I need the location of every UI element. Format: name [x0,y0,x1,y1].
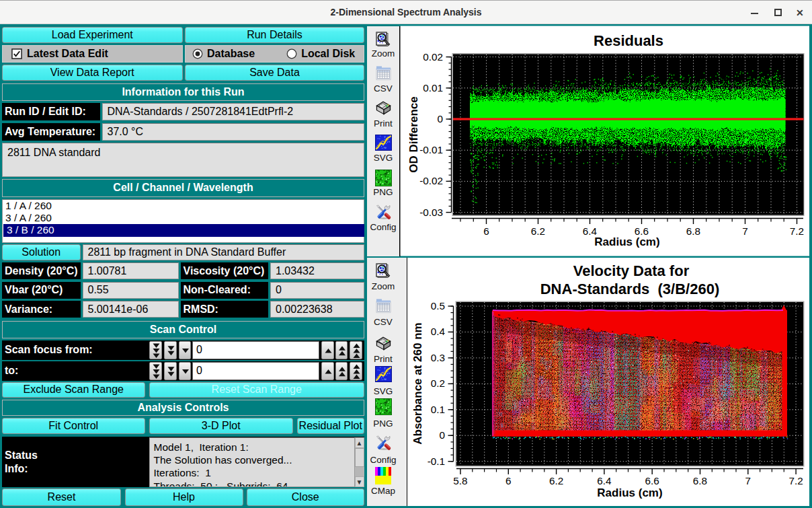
svg-text:0.1: 0.1 [431,404,445,415]
svg-text:5.8: 5.8 [453,475,467,486]
svg-text:Velocity Data for: Velocity Data for [573,262,690,279]
svg-text:0.4: 0.4 [431,326,446,337]
svg-text:0.3: 0.3 [431,352,445,363]
svg-text:0: 0 [439,429,445,441]
svg-text:-0.1: -0.1 [428,456,445,467]
svg-text:DNA-Standards (3/B/260): DNA-Standards (3/B/260) [540,281,720,297]
svg-text:6.4: 6.4 [597,475,612,486]
svg-text:6.6: 6.6 [645,475,659,486]
svg-text:0.2: 0.2 [431,377,445,389]
svg-text:Radius (cm): Radius (cm) [597,486,662,499]
svg-text:7.2: 7.2 [788,475,803,486]
svg-text:Absorbance at 260 nm: Absorbance at 260 nm [411,322,424,444]
svg-text:0.5: 0.5 [431,300,445,312]
svg-text:6.8: 6.8 [693,475,707,486]
svg-text:7: 7 [745,475,752,486]
svg-text:6: 6 [505,475,512,486]
svg-text:6.2: 6.2 [549,475,563,486]
